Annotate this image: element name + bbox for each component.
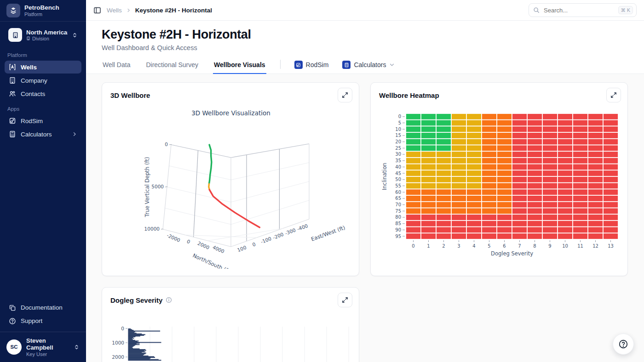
svg-text:North/South (ft): North/South (ft) (192, 252, 232, 269)
tab-rodsim[interactable]: RodSim (294, 57, 329, 74)
svg-text:75: 75 (395, 209, 401, 214)
svg-text:-2000: -2000 (166, 232, 181, 243)
svg-text:4000: 4000 (212, 244, 225, 255)
building-small-icon (26, 36, 30, 40)
maximize-icon (610, 92, 617, 98)
svg-text:2: 2 (442, 243, 445, 249)
division-name: North American Operations (26, 29, 68, 36)
tab-bar: Well Data Directional Survey Wellbore Vi… (86, 57, 644, 74)
petrobench-logo-icon (6, 4, 20, 17)
sidebar-item-company[interactable]: Company (5, 74, 81, 87)
breadcrumb: Wells Keystone #2H - Horizontal (107, 7, 212, 14)
expand-button[interactable] (338, 88, 352, 102)
svg-text:5000: 5000 (151, 184, 164, 189)
svg-text:11: 11 (577, 243, 583, 249)
svg-text:55: 55 (395, 183, 401, 188)
svg-text:0: 0 (186, 238, 191, 245)
expand-button[interactable] (338, 293, 352, 307)
wellbore-3d-plot[interactable]: 3D Wellbore Visualization0500010000True … (110, 103, 351, 269)
svg-text:8: 8 (533, 243, 536, 249)
sidebar-item-contacts[interactable]: Contacts (5, 87, 81, 100)
info-icon[interactable] (166, 297, 172, 303)
svg-text:12: 12 (592, 243, 598, 249)
avatar: SC (6, 339, 22, 355)
svg-text:100: 100 (236, 244, 247, 253)
sidebar-item-label: Company (21, 77, 47, 84)
svg-text:10: 10 (395, 127, 401, 132)
sidebar-item-calculators[interactable]: Calculators (5, 128, 81, 141)
svg-text:East/West (ft): East/West (ft) (310, 224, 346, 243)
svg-text:10: 10 (562, 243, 568, 249)
chevron-right-icon (126, 8, 131, 13)
division-selector[interactable]: North American Operations Division (6, 26, 80, 44)
page-title: Keystone #2H - Horizontal (102, 28, 628, 42)
sidebar-item-label: Contacts (21, 90, 45, 97)
svg-text:4: 4 (472, 243, 475, 249)
brand[interactable]: PetroBench Platform (0, 0, 86, 22)
user-name: Steven Campbell (26, 337, 69, 351)
topbar: Wells Keystone #2H - Horizontal ⌘ K (86, 0, 644, 21)
nav-section-apps: Apps (0, 101, 86, 114)
wells-icon (9, 63, 16, 71)
chevron-updown-icon (72, 32, 78, 38)
svg-text:0: 0 (252, 241, 256, 248)
svg-text:3D Wellbore Visualization: 3D Wellbore Visualization (191, 109, 270, 117)
search-input[interactable] (543, 6, 615, 14)
brand-name: PetroBench (24, 4, 59, 11)
tab-well-data[interactable]: Well Data (102, 58, 131, 74)
expand-button[interactable] (606, 88, 621, 102)
help-button[interactable] (613, 334, 634, 355)
svg-text:0: 0 (121, 326, 124, 331)
dashboard-grid: 3D Wellbore 3D Wellbore Visualization050… (86, 74, 644, 362)
svg-text:3: 3 (457, 243, 460, 249)
svg-text:5: 5 (398, 120, 401, 125)
sidebar-item-label: Calculators (21, 131, 52, 138)
chevron-updown-icon (74, 344, 80, 350)
sidebar-item-wells[interactable]: Wells (5, 61, 81, 74)
sidebar-item-support[interactable]: Support (5, 315, 81, 328)
sidebar-item-rodsim[interactable]: RodSim (5, 114, 81, 127)
svg-text:95: 95 (395, 234, 401, 239)
svg-text:-100: -100 (260, 236, 272, 244)
user-role: Key User (26, 351, 69, 357)
brand-subtitle: Platform (24, 11, 59, 17)
sidebar-toggle-icon[interactable] (93, 6, 101, 14)
sidebar-nav: Platform Wells Company Contacts Apps Rod… (0, 45, 86, 299)
svg-text:9: 9 (548, 243, 551, 249)
svg-text:0: 0 (165, 141, 168, 147)
svg-text:15: 15 (395, 133, 401, 138)
svg-text:80: 80 (395, 215, 401, 220)
svg-text:1000: 1000 (112, 340, 124, 345)
search-box[interactable]: ⌘ K (529, 3, 637, 17)
tab-wellbore-visuals[interactable]: Wellbore Visuals (213, 58, 266, 74)
svg-text:5: 5 (488, 243, 490, 249)
main-area: Wells Keystone #2H - Horizontal ⌘ K Keys… (86, 0, 644, 362)
breadcrumb-current: Keystone #2H - Horizontal (135, 7, 212, 14)
panel-title: Dogleg Severity (110, 296, 162, 304)
svg-text:Dogleg Severity: Dogleg Severity (491, 250, 533, 257)
maximize-icon (342, 297, 348, 303)
svg-text:70: 70 (395, 202, 401, 207)
svg-text:40: 40 (395, 164, 401, 170)
svg-text:-200: -200 (272, 232, 284, 240)
sidebar-item-documentation[interactable]: Documentation (5, 301, 81, 314)
svg-text:65: 65 (395, 196, 401, 201)
dogleg-bar-chart[interactable]: 010002000 (110, 311, 351, 362)
heatmap-plot[interactable]: 0510152025303540455055606570758085909501… (379, 110, 620, 266)
panel-title: Wellbore Heatmap (379, 91, 439, 99)
app-tab-label: RodSim (306, 61, 329, 68)
footer-item-label: Documentation (21, 304, 63, 311)
calculators-icon (342, 61, 351, 69)
user-menu[interactable]: SC Steven Campbell Key User (0, 332, 86, 362)
svg-text:True Vertical Depth (ft): True Vertical Depth (ft) (144, 157, 150, 218)
tab-calculators[interactable]: Calculators (342, 57, 395, 74)
tab-directional-survey[interactable]: Directional Survey (145, 58, 199, 74)
sidebar: PetroBench Platform North American Opera… (0, 0, 86, 362)
svg-text:30: 30 (395, 152, 401, 157)
breadcrumb-parent[interactable]: Wells (107, 7, 122, 14)
svg-text:0: 0 (398, 114, 401, 119)
sidebar-item-label: Wells (21, 64, 37, 71)
search-shortcut-badge: ⌘ K (618, 6, 633, 14)
sidebar-footer: Documentation Support (0, 299, 86, 332)
svg-text:10000: 10000 (144, 226, 160, 232)
